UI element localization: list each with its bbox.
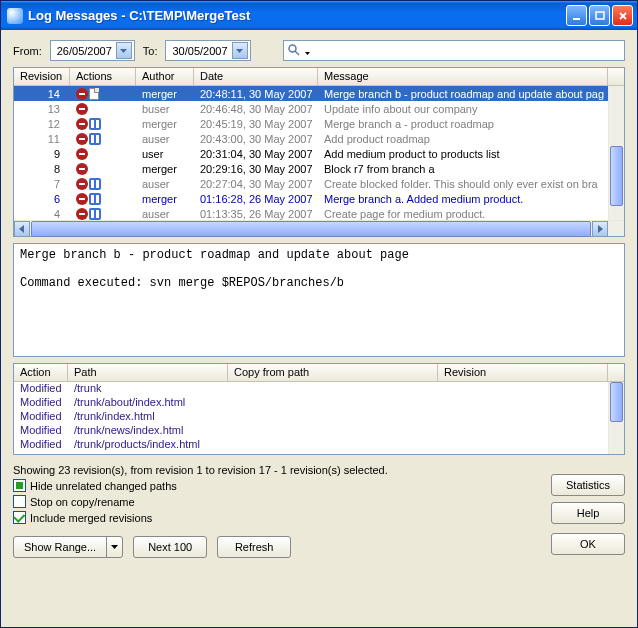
hide-unrelated-checkbox[interactable]: Hide unrelated changed paths <box>13 479 551 492</box>
pcol-copy[interactable]: Copy from path <box>228 364 438 381</box>
scrollbar-thumb[interactable] <box>610 146 623 206</box>
checkbox-icon <box>13 495 26 508</box>
cell-revision <box>438 424 608 438</box>
revisions-column-headers[interactable]: Revision Actions Author Date Message <box>14 68 624 86</box>
table-row[interactable]: 8merger20:29:16, 30 May 2007Block r7 fro… <box>14 161 624 176</box>
table-row[interactable]: 9user20:31:04, 30 May 2007Add medium pro… <box>14 146 624 161</box>
cell-date: 20:27:04, 30 May 2007 <box>194 178 318 190</box>
search-dropdown-icon[interactable] <box>305 45 310 57</box>
show-range-button[interactable]: Show Range... <box>13 536 123 558</box>
mod-icon <box>76 103 88 115</box>
cell-copy-from <box>228 424 438 438</box>
cell-path: /trunk/products/index.html <box>68 438 228 452</box>
cell-revision <box>438 410 608 424</box>
to-label: To: <box>143 45 158 57</box>
cell-revision <box>438 396 608 410</box>
table-row[interactable]: 6merger01:16:28, 26 May 2007Merge branch… <box>14 191 624 206</box>
list-item[interactable]: Modified/trunk/products/index.html <box>14 438 624 452</box>
cell-author: auser <box>136 178 194 190</box>
cell-author: merger <box>136 193 194 205</box>
list-item[interactable]: Modified/trunk/index.html <box>14 410 624 424</box>
svg-rect-0 <box>573 18 580 20</box>
revisions-vertical-scrollbar[interactable] <box>608 86 624 220</box>
from-date-input[interactable]: 26/05/2007 <box>50 40 135 61</box>
cell-copy-from <box>228 410 438 424</box>
cell-message: Merge branch a. Added medium product. <box>318 193 608 205</box>
mod-icon <box>76 118 88 130</box>
paths-rows[interactable]: Modified/trunkModified/trunk/about/index… <box>14 382 624 454</box>
close-button[interactable] <box>612 5 633 26</box>
cell-actions <box>70 163 136 175</box>
table-row[interactable]: 4auser01:13:35, 26 May 2007Create page f… <box>14 206 624 220</box>
cell-author: merger <box>136 88 194 100</box>
checkbox-icon <box>13 511 26 524</box>
cell-date: 20:45:19, 30 May 2007 <box>194 118 318 130</box>
minimize-button[interactable] <box>566 5 587 26</box>
cell-action: Modified <box>14 438 68 452</box>
cell-actions <box>70 118 136 130</box>
next-100-button[interactable]: Next 100 <box>133 536 207 558</box>
cell-path: /trunk/news/index.html <box>68 424 228 438</box>
svg-line-5 <box>295 51 299 55</box>
col-revision[interactable]: Revision <box>14 68 70 85</box>
paths-column-headers[interactable]: Action Path Copy from path Revision <box>14 364 624 382</box>
cell-message: Create page for medium product. <box>318 208 608 220</box>
merge-icon <box>89 208 101 220</box>
to-date-value: 30/05/2007 <box>172 45 227 57</box>
col-author[interactable]: Author <box>136 68 194 85</box>
help-button[interactable]: Help <box>551 502 625 524</box>
cell-action: Modified <box>14 410 68 424</box>
statistics-button[interactable]: Statistics <box>551 474 625 496</box>
list-item[interactable]: Modified/trunk/about/index.html <box>14 396 624 410</box>
from-date-dropdown-icon[interactable] <box>116 42 132 59</box>
mod-icon <box>76 163 88 175</box>
search-input[interactable] <box>283 40 625 61</box>
col-actions[interactable]: Actions <box>70 68 136 85</box>
cell-date: 01:13:35, 26 May 2007 <box>194 208 318 220</box>
cell-action: Modified <box>14 424 68 438</box>
to-date-dropdown-icon[interactable] <box>232 42 248 59</box>
table-row[interactable]: 11auser20:43:00, 30 May 2007Add product … <box>14 131 624 146</box>
cell-path: /trunk/index.html <box>68 410 228 424</box>
scrollbar-thumb[interactable] <box>31 221 591 237</box>
ok-button[interactable]: OK <box>551 533 625 555</box>
list-item[interactable]: Modified/trunk <box>14 382 624 396</box>
merge-icon <box>89 193 101 205</box>
cell-actions <box>70 208 136 220</box>
pcol-path[interactable]: Path <box>68 364 228 381</box>
col-date[interactable]: Date <box>194 68 318 85</box>
svg-point-4 <box>289 45 296 52</box>
cell-revision: 7 <box>14 178 70 190</box>
stop-on-copy-checkbox[interactable]: Stop on copy/rename <box>13 495 551 508</box>
refresh-button[interactable]: Refresh <box>217 536 291 558</box>
table-row[interactable]: 12merger20:45:19, 30 May 2007Merge branc… <box>14 116 624 131</box>
cell-actions <box>70 178 136 190</box>
cell-actions <box>70 133 136 145</box>
cell-revision: 6 <box>14 193 70 205</box>
table-row[interactable]: 13buser20:46:48, 30 May 2007Update info … <box>14 101 624 116</box>
commit-message-detail[interactable]: Merge branch b - product roadmap and upd… <box>13 243 625 357</box>
revisions-rows[interactable]: 14merger20:48:11, 30 May 2007Merge branc… <box>14 86 624 220</box>
revisions-horizontal-scrollbar[interactable] <box>14 220 624 236</box>
chevron-down-icon[interactable] <box>106 537 122 557</box>
scroll-right-icon[interactable] <box>592 221 608 237</box>
maximize-button[interactable] <box>589 5 610 26</box>
include-merged-checkbox[interactable]: Include merged revisions <box>13 511 551 524</box>
mod-icon <box>76 148 88 160</box>
scroll-left-icon[interactable] <box>14 221 30 237</box>
list-item[interactable]: Modified/trunk/news/index.html <box>14 424 624 438</box>
scrollbar-thumb[interactable] <box>610 382 623 422</box>
cell-path: /trunk <box>68 382 228 396</box>
show-range-label: Show Range... <box>14 537 106 557</box>
paths-vertical-scrollbar[interactable] <box>608 382 624 454</box>
pcol-revision[interactable]: Revision <box>438 364 608 381</box>
cell-actions <box>70 88 136 100</box>
from-date-value: 26/05/2007 <box>57 45 112 57</box>
to-date-input[interactable]: 30/05/2007 <box>165 40 250 61</box>
merge-icon <box>89 133 101 145</box>
pcol-action[interactable]: Action <box>14 364 68 381</box>
table-row[interactable]: 7auser20:27:04, 30 May 2007Create blocke… <box>14 176 624 191</box>
titlebar[interactable]: Log Messages - C:\TEMP\MergeTest <box>1 1 637 30</box>
col-message[interactable]: Message <box>318 68 608 85</box>
table-row[interactable]: 14merger20:48:11, 30 May 2007Merge branc… <box>14 86 624 101</box>
